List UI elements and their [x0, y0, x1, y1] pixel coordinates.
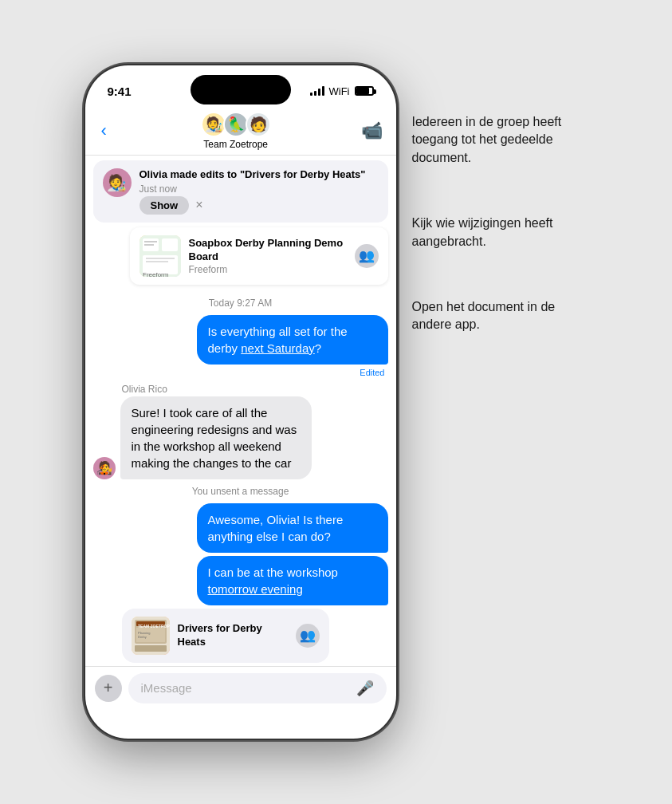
plus-button[interactable]: +	[95, 675, 122, 702]
svg-rect-3	[144, 244, 154, 246]
nav-header: ‹ 🧑‍🎨 🦜 🧑 Team Zoetrope 📹	[85, 105, 396, 156]
shared-doc-collaboration-icon[interactable]: 👥	[296, 624, 320, 648]
close-notification-button[interactable]: ×	[195, 198, 202, 212]
status-time: 9:41	[108, 85, 132, 98]
message-row: Is everything all set for the derby next…	[93, 315, 388, 365]
doc-thumb-svg: Freeform	[140, 235, 181, 277]
avatar-1: 🧑‍🎨	[201, 112, 226, 137]
next-saturday-link[interactable]: next Saturday	[241, 341, 315, 355]
avatar-2: 🦜	[223, 112, 249, 137]
sent-bubble-workshop: I can be at the workshop tomorrow evenin…	[197, 556, 388, 605]
input-bar: + iMessage 🎤	[85, 666, 396, 723]
dynamic-island	[191, 75, 291, 104]
svg-text:Derby: Derby	[138, 635, 147, 639]
annotation-3: Open het document in de andere app.	[412, 298, 588, 334]
edited-label: Edited	[93, 368, 385, 377]
shared-doc-message[interactable]: TEAM ZOETROPE Planning Derby Drivers for…	[122, 609, 329, 663]
svg-rect-16	[135, 645, 167, 652]
shared-doc-thumbnail: TEAM ZOETROPE Planning Derby	[132, 617, 170, 655]
shared-doc-title: Drivers for Derby Heats	[178, 622, 288, 649]
notification-actions: Show ×	[140, 196, 379, 215]
annotations-panel: Iedereen in de groep heeft toegang tot h…	[412, 65, 588, 334]
messages-area: Today 9:27 AM Is everything all set for …	[85, 288, 396, 666]
message-row: 🧑‍🎤 Sure! I took care of all the enginee…	[93, 396, 388, 479]
notification-title: Olivia made edits to "Drivers for Derby …	[140, 168, 379, 182]
avatar-group: 🧑‍🎨 🦜 🧑	[201, 112, 271, 137]
message-row: Awesome, Olivia! Is there anything else …	[93, 503, 388, 553]
sent-bubble: Awesome, Olivia! Is there anything else …	[197, 503, 388, 553]
video-call-button[interactable]: 📹	[361, 120, 383, 141]
notification-subtitle: Just now	[140, 183, 379, 195]
svg-rect-4	[162, 238, 178, 251]
doc-type: Freeform	[189, 264, 347, 275]
phone-frame: 9:41 WiFi ‹ 🧑‍🎨 🦜	[85, 65, 396, 739]
notification-bar: 🧑‍🎨 Olivia made edits to "Drivers for De…	[93, 160, 388, 223]
annotation-2: Kijk wie wijzigingen heeft aangebracht.	[412, 215, 588, 250]
message-row: I can be at the workshop tomorrow evenin…	[93, 556, 388, 605]
status-icons: WiFi	[310, 85, 374, 97]
group-name[interactable]: Team Zoetrope	[203, 139, 268, 150]
imessage-placeholder: iMessage	[141, 681, 192, 695]
microphone-icon[interactable]: 🎤	[356, 680, 374, 697]
message-input[interactable]: iMessage 🎤	[128, 673, 387, 704]
battery-icon	[355, 86, 374, 96]
doc-title: Soapbox Derby Planning Demo Board	[189, 237, 347, 264]
message-timestamp: Today 9:27 AM	[93, 298, 388, 309]
shared-doc-info: Drivers for Derby Heats	[178, 622, 288, 649]
doc-info: Soapbox Derby Planning Demo Board Freefo…	[189, 237, 347, 275]
notification-content: Olivia made edits to "Drivers for Derby …	[140, 168, 379, 215]
back-button[interactable]: ‹	[98, 117, 110, 144]
message-avatar: 🧑‍🎤	[93, 457, 116, 479]
svg-rect-2	[144, 241, 157, 242]
annotation-1: Iedereen in de groep heeft toegang tot h…	[412, 113, 588, 167]
unsent-notice: You unsent a message	[93, 486, 388, 497]
svg-rect-6	[146, 258, 175, 259]
svg-text:Freeform: Freeform	[143, 271, 169, 277]
sent-bubble: Is everything all set for the derby next…	[197, 315, 388, 365]
sender-name: Olivia Rico	[122, 384, 388, 395]
tomorrow-evening-link[interactable]: tomorrow evening	[208, 582, 303, 596]
header-center: 🧑‍🎨 🦜 🧑 Team Zoetrope	[201, 112, 271, 150]
notification-avatar: 🧑‍🎨	[103, 168, 132, 197]
doc-thumbnail: Freeform	[140, 235, 181, 277]
show-button[interactable]: Show	[140, 196, 190, 215]
doc-collaboration-icon[interactable]: 👥	[355, 244, 379, 268]
avatar-3: 🧑	[246, 112, 271, 137]
received-bubble: Sure! I took care of all the engineering…	[120, 396, 312, 479]
svg-rect-7	[146, 261, 168, 262]
wifi-icon: WiFi	[329, 85, 350, 97]
shared-doc-thumb-svg: TEAM ZOETROPE Planning Derby	[132, 617, 170, 655]
signal-bars-icon	[310, 86, 324, 96]
doc-card[interactable]: Freeform Soapbox Derby Planning Demo Boa…	[130, 227, 388, 285]
